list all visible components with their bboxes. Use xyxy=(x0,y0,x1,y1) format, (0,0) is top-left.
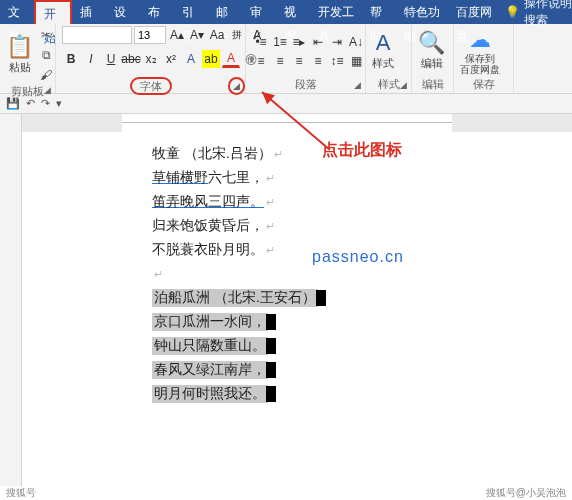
poem2-title: 泊船瓜洲 （北宋.王安石） xyxy=(152,286,572,310)
ribbon: 📋 粘贴 ✂ ⧉ 🖌 剪贴板 ◢ A▴ A▾ Aa 拼 A̷ xyxy=(0,24,572,94)
menu-baidu[interactable]: 百度网盘 xyxy=(448,0,500,24)
tell-me-search[interactable]: 💡 操作说明搜索 xyxy=(501,0,572,29)
menu-feat[interactable]: 特色功能 xyxy=(396,0,448,24)
superscript-button[interactable]: x² xyxy=(162,50,180,68)
paste-button[interactable]: 📋 粘贴 xyxy=(6,36,33,75)
italic-button[interactable]: I xyxy=(82,50,100,68)
menu-file[interactable]: 文件 xyxy=(0,0,34,24)
vertical-ruler xyxy=(0,132,22,486)
grow-font-button[interactable]: A▴ xyxy=(168,26,186,44)
dec-indent-button[interactable]: ⇤ xyxy=(309,33,327,51)
paragraph-launcher-icon[interactable]: ◢ xyxy=(354,78,361,92)
underline-button[interactable]: U xyxy=(102,50,120,68)
copy-button[interactable]: ⧉ xyxy=(37,46,55,64)
qat-save-icon[interactable]: 💾 xyxy=(6,97,20,110)
bulb-icon: 💡 xyxy=(505,5,520,19)
menu-bar: 文件 开始 插入 设计 布局 引用 邮件 审阅 视图 开发工具 帮助 特色功能 … xyxy=(0,0,572,24)
font-size-input[interactable] xyxy=(134,26,166,44)
align-right-button[interactable]: ≡ xyxy=(290,52,308,70)
menu-help[interactable]: 帮助 xyxy=(362,0,396,24)
group-save: ☁ 保存到 百度网盘 保存 xyxy=(454,24,514,93)
justify-button[interactable]: ≡ xyxy=(309,52,327,70)
numbering-button[interactable]: 1≡ xyxy=(271,33,289,51)
qat-more-icon[interactable]: ▾ xyxy=(56,97,62,110)
editing-label: 编辑 xyxy=(421,56,443,71)
clipboard-launcher-icon[interactable]: ◢ xyxy=(44,83,51,97)
paste-label: 粘贴 xyxy=(9,60,31,75)
sort-button[interactable]: A↓ xyxy=(347,33,365,51)
font-dialog-launcher-icon[interactable]: ◢ xyxy=(228,77,245,95)
menu-layout[interactable]: 布局 xyxy=(140,0,174,24)
cloud-icon: ☁ xyxy=(469,29,491,51)
group-styles: A 样式 样式 ◢ xyxy=(366,24,412,93)
return-icon: ↵ xyxy=(274,148,283,161)
cut-button[interactable]: ✂ xyxy=(37,26,55,44)
highlight-button[interactable]: ab xyxy=(202,50,220,68)
text-effect-button[interactable]: A xyxy=(182,50,200,68)
group-font: A▴ A▾ Aa 拼 A̷ B I U abc x₂ x² A ab A ㊝ 字… xyxy=(56,24,246,93)
search-placeholder: 操作说明搜索 xyxy=(524,0,572,29)
poem2-line1: 京口瓜洲一水间， xyxy=(152,310,572,334)
change-case-button[interactable]: Aa xyxy=(208,26,226,44)
inc-indent-button[interactable]: ⇥ xyxy=(328,33,346,51)
multilevel-button[interactable]: ≡▸ xyxy=(290,33,308,51)
poem1-line1: 草铺横野六七里，↵ xyxy=(152,166,572,190)
menu-design[interactable]: 设计 xyxy=(106,0,140,24)
find-button[interactable]: 🔍 编辑 xyxy=(418,32,445,71)
menu-dev[interactable]: 开发工具 xyxy=(310,0,362,24)
font-family-input[interactable] xyxy=(62,26,132,44)
footer-left: 搜狐号 xyxy=(6,486,36,500)
phonetic-guide-icon[interactable]: 拼 xyxy=(228,26,246,44)
page[interactable]: 牧童 （北宋.吕岩）↵ 草铺横野六七里，↵ 笛弄晚风三四声。↵ 归来饱饭黄昏后，… xyxy=(22,132,572,486)
styles-button[interactable]: A 样式 xyxy=(372,32,394,71)
styles-label: 样式 xyxy=(372,56,394,71)
watermark-text: passneo.cn xyxy=(312,248,404,266)
group-label-font: 字体 ◢ xyxy=(62,77,239,93)
save-baidu-button[interactable]: ☁ 保存到 百度网盘 xyxy=(460,29,500,75)
qat-undo-icon[interactable]: ↶ xyxy=(26,97,35,110)
line-spacing-button[interactable]: ↕≡ xyxy=(328,52,346,70)
annotation-callout: 点击此图标 xyxy=(322,140,402,161)
menu-insert[interactable]: 插入 xyxy=(72,0,106,24)
shading-button[interactable]: ▦ xyxy=(347,52,365,70)
footer-credit: 搜狐号 搜狐号@小吴泡泡 xyxy=(0,486,572,500)
shrink-font-button[interactable]: A▾ xyxy=(188,26,206,44)
poem1-line2: 笛弄晚风三四声。↵ xyxy=(152,190,572,214)
footer-right: 搜狐号@小吴泡泡 xyxy=(486,486,566,500)
align-left-button[interactable]: ≡ xyxy=(252,52,270,70)
group-label-paragraph: 段落 ◢ xyxy=(252,77,359,93)
group-label-save: 保存 xyxy=(460,77,507,93)
quick-access-toolbar: 💾 ↶ ↷ ▾ xyxy=(0,94,572,114)
group-label-clipboard: 剪贴板 ◢ xyxy=(6,84,49,98)
group-label-editing: 编辑 xyxy=(418,77,447,93)
save-baidu-label: 保存到 百度网盘 xyxy=(460,53,500,75)
poem1-line3: 归来饱饭黄昏后，↵ xyxy=(152,214,572,238)
bold-button[interactable]: B xyxy=(62,50,80,68)
menu-review[interactable]: 审阅 xyxy=(242,0,276,24)
format-painter-button[interactable]: 🖌 xyxy=(37,66,55,84)
menu-ref[interactable]: 引用 xyxy=(174,0,208,24)
menu-view[interactable]: 视图 xyxy=(276,0,310,24)
menu-mail[interactable]: 邮件 xyxy=(208,0,242,24)
strike-button[interactable]: abc xyxy=(122,50,140,68)
horizontal-ruler xyxy=(0,114,572,132)
styles-icon: A xyxy=(376,32,391,54)
group-label-styles: 样式 ◢ xyxy=(372,77,405,93)
group-paragraph: •≡ 1≡ ≡▸ ⇤ ⇥ A↓ ≡ ≡ ≡ ≡ ↕≡ ▦ 段落 ◢ xyxy=(246,24,366,93)
bullets-button[interactable]: •≡ xyxy=(252,33,270,51)
clipboard-icon: 📋 xyxy=(6,36,33,58)
qat-redo-icon[interactable]: ↷ xyxy=(41,97,50,110)
group-clipboard: 📋 粘贴 ✂ ⧉ 🖌 剪贴板 ◢ xyxy=(0,24,56,93)
align-center-button[interactable]: ≡ xyxy=(271,52,289,70)
font-color-button[interactable]: A xyxy=(222,50,240,68)
styles-launcher-icon[interactable]: ◢ xyxy=(400,78,407,92)
poem2-line3: 春风又绿江南岸， xyxy=(152,358,572,382)
group-editing: 🔍 编辑 编辑 xyxy=(412,24,454,93)
poem2-line4: 明月何时照我还。 xyxy=(152,382,572,406)
find-icon: 🔍 xyxy=(418,32,445,54)
document-area: 牧童 （北宋.吕岩）↵ 草铺横野六七里，↵ 笛弄晚风三四声。↵ 归来饱饭黄昏后，… xyxy=(0,132,572,486)
menu-home[interactable]: 开始 xyxy=(34,0,72,24)
subscript-button[interactable]: x₂ xyxy=(142,50,160,68)
poem2-line2: 钟山只隔数重山。 xyxy=(152,334,572,358)
